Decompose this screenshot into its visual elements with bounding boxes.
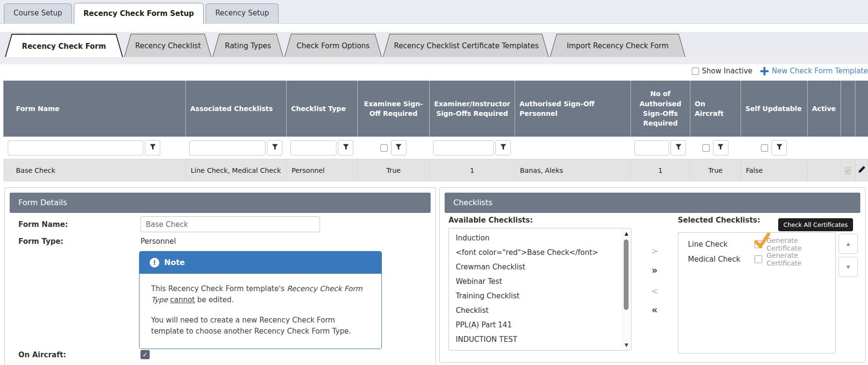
sub-tab-strip: Recency Check Form Recency Checklist Rat…	[0, 32, 868, 57]
filter-button-on-aircraft[interactable]	[713, 140, 728, 155]
filter-input-examiner-sign-offs[interactable]	[433, 140, 494, 155]
tab-course-setup[interactable]: Course Setup	[4, 3, 72, 23]
filter-button-no-of-sign-offs[interactable]	[671, 140, 686, 155]
filter-button-examinee-sign-off[interactable]	[391, 140, 406, 155]
selected-item-medical-check[interactable]: Medical Check Generate Certificate	[678, 252, 835, 267]
cell-self-updatable: False	[741, 159, 807, 182]
available-item[interactable]: INDUCTION TEST	[449, 332, 631, 347]
table-filter-row	[3, 137, 868, 159]
scroll-down-icon[interactable]: ▼	[622, 342, 630, 348]
available-checklists-listbox[interactable]: Induction <font color="red">Base Check</…	[448, 228, 631, 351]
scrollbar-thumb[interactable]	[624, 239, 629, 310]
form-type-label: Form Type:	[18, 236, 63, 247]
scrollbar[interactable]: ▲ ▼	[622, 229, 630, 350]
cell-examiner-sign-offs: 1	[429, 159, 515, 182]
new-check-form-template-link[interactable]: New Check Form Template	[772, 67, 868, 75]
subtab-recency-checklist-certificate-templates[interactable]: Recency Checklist Certificate Templates	[394, 34, 538, 57]
filter-checkbox-examinee-sign-off[interactable]	[380, 144, 388, 152]
move-left-button[interactable]: <	[646, 283, 663, 298]
filter-button-self-updatable[interactable]	[771, 140, 787, 155]
column-header-form-name: Form Name	[3, 81, 185, 137]
column-header-edit-spacer	[855, 81, 868, 137]
selected-item-name: Medical Check	[688, 255, 755, 264]
funnel-icon	[343, 144, 349, 152]
available-item[interactable]: Crewman Checklist	[449, 260, 631, 274]
top-tab-strip: Course Setup Recency Check Form Setup Re…	[0, 0, 868, 24]
move-all-right-button[interactable]: »	[646, 263, 663, 278]
subtab-rating-types[interactable]: Rating Types	[224, 34, 272, 57]
note-paragraph-2: You will need to create a new Recency Ch…	[151, 315, 370, 337]
filter-input-associated-checklists[interactable]	[189, 140, 266, 155]
available-item[interactable]: PPL(A) Part 141	[449, 318, 631, 332]
generate-certificate-label: Generate Certificate	[767, 252, 835, 267]
subtab-recency-checklist[interactable]: Recency Checklist	[135, 34, 200, 57]
filter-checkbox-self-updatable[interactable]	[761, 144, 768, 152]
filter-button-associated-checklists[interactable]	[267, 140, 282, 155]
tab-recency-setup[interactable]: Recency Setup	[206, 3, 279, 23]
generate-certificate-checkbox[interactable]	[755, 255, 762, 263]
recency-check-form-setup-screen: Course Setup Recency Check Form Setup Re…	[0, 0, 868, 365]
check-all-certificates-button[interactable]: Check All Certificates	[778, 218, 853, 231]
checklists-header: Checklists	[445, 193, 860, 213]
available-item[interactable]: Webinar Test	[449, 274, 631, 289]
move-up-button[interactable]: ▲	[839, 234, 858, 254]
selected-checklists-listbox[interactable]: Line Check Generate Certificate Medical …	[678, 232, 836, 353]
available-item[interactable]: Checklist	[449, 303, 631, 318]
edit-pencil-icon[interactable]	[857, 165, 867, 177]
funnel-icon	[500, 144, 506, 152]
cell-examinee-sign-off: True	[357, 159, 429, 182]
filter-checkbox-on-aircraft[interactable]	[702, 144, 710, 152]
cell-active	[807, 159, 840, 182]
table-row-base-check[interactable]: Base Check Line Check, Medical Check Per…	[3, 159, 868, 182]
move-right-button[interactable]: >	[646, 243, 663, 258]
move-down-icon: ▼	[845, 264, 851, 270]
available-item[interactable]: Induction	[449, 231, 631, 245]
selected-item-line-check[interactable]: Line Check Generate Certificate	[678, 237, 835, 252]
filter-button-examiner-sign-offs[interactable]	[495, 140, 511, 155]
on-aircraft-label: On Aircraft:	[18, 350, 66, 360]
column-header-checklist-type: Checklist Type	[286, 81, 357, 137]
available-item[interactable]: Training Checklist	[449, 289, 631, 303]
plus-icon	[760, 67, 769, 75]
move-down-button[interactable]: ▼	[839, 257, 858, 277]
column-header-associated-checklists: Associated Checklists	[185, 81, 286, 137]
filter-input-no-of-sign-offs[interactable]	[634, 140, 669, 155]
note-box: ! Note This Recency Check Form template'…	[139, 251, 382, 349]
subtab-import-recency-check-form[interactable]: Import Recency Check Form	[561, 34, 674, 57]
generate-certificate-label: Generate Certificate	[767, 237, 835, 252]
column-header-no-of-sign-offs: No of Authorised Sign-Offs Required	[630, 81, 690, 137]
form-name-input[interactable]	[140, 216, 320, 232]
cell-no-of-sign-offs: 1	[630, 159, 690, 182]
note-paragraph-1: This Recency Check Form template's Recen…	[151, 283, 370, 306]
note-title: Note	[164, 258, 185, 267]
column-header-examiner-sign-offs: Examiner/Instructor Sign-Offs Required	[429, 81, 515, 137]
subtab-check-form-options[interactable]: Check Form Options	[295, 34, 371, 57]
cell-edit	[855, 159, 868, 182]
funnel-icon	[675, 144, 682, 152]
form-name-label: Form Name:	[18, 219, 68, 230]
filter-button-form-name[interactable]	[145, 140, 160, 155]
column-header-on-aircraft: On Aircraft	[690, 81, 741, 137]
exclamation-icon: !	[150, 258, 159, 267]
column-header-active: Active	[807, 81, 840, 137]
generate-certificate-checkbox[interactable]	[755, 240, 762, 248]
orange-check-icon	[754, 233, 771, 251]
show-inactive-checkbox[interactable]	[692, 68, 699, 75]
show-inactive-label: Show Inactive	[702, 67, 753, 75]
move-all-left-button[interactable]: «	[646, 303, 663, 317]
cell-active-checkbox: ✓	[840, 159, 855, 182]
form-details-header: Form Details	[10, 193, 431, 213]
note-body: This Recency Check Form template's Recen…	[139, 274, 382, 349]
filter-input-form-name[interactable]	[8, 140, 143, 155]
selected-checklists-label: Selected Checklists:	[678, 216, 760, 225]
tab-recency-check-form-setup[interactable]: Recency Check Form Setup	[74, 3, 204, 24]
scroll-up-icon[interactable]: ▲	[622, 231, 630, 236]
filter-button-checklist-type[interactable]	[338, 140, 353, 155]
filter-input-checklist-type[interactable]	[290, 140, 336, 155]
available-item[interactable]: <font color="red">Base Check</font>	[449, 245, 631, 260]
cell-authorised-personnel: Banas, Aleks	[515, 159, 630, 182]
cell-associated-checklists: Line Check, Medical Check	[185, 159, 286, 182]
subtab-recency-check-form[interactable]: Recency Check Form	[16, 34, 112, 57]
column-header-authorised-personnel: Authorised Sign-Off Personnel	[515, 81, 630, 137]
on-aircraft-checkbox[interactable]: ✓	[140, 350, 150, 359]
